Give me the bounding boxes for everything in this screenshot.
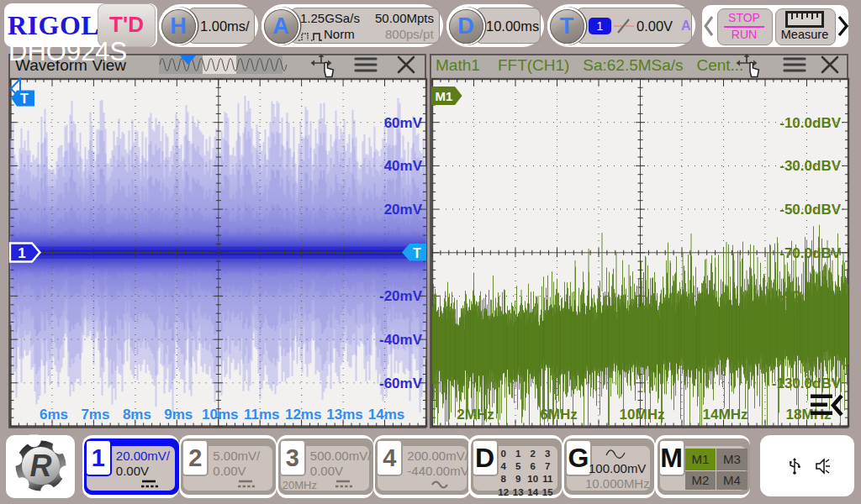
svg-text:R: R	[30, 449, 52, 483]
